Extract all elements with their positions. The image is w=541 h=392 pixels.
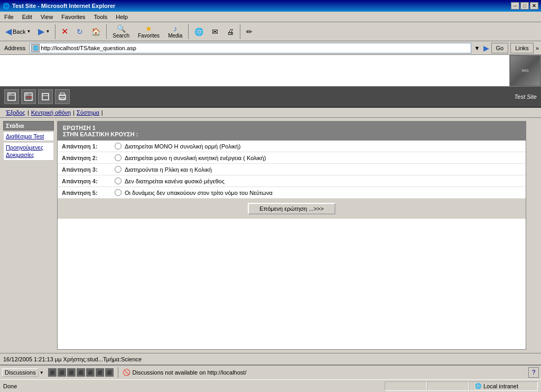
- answer-radio-3[interactable]: [115, 166, 122, 173]
- banner-area: IMG: [0, 55, 541, 87]
- bottom-icon-1[interactable]: ⬛: [48, 368, 57, 377]
- sidebar-item-available-tests[interactable]: Διαθέσιμα Test: [3, 132, 54, 141]
- bottom-icon-2[interactable]: ⬛: [58, 368, 66, 377]
- nav-sep-3: |: [101, 109, 104, 116]
- refresh-button[interactable]: ↻: [73, 26, 87, 38]
- toolbar-print-icon[interactable]: [55, 89, 70, 104]
- forward-dropdown-icon[interactable]: ▼: [45, 29, 50, 34]
- address-field[interactable]: 🌐 http://localhost/TS/take_question.asp: [30, 43, 471, 53]
- home-button[interactable]: 🏠: [88, 26, 104, 38]
- svg-rect-7: [42, 94, 49, 100]
- svg-rect-3: [25, 93, 32, 100]
- minimize-button[interactable]: ─: [511, 2, 519, 10]
- toolbar-icon-1[interactable]: [4, 89, 19, 104]
- answer-text-5: Οι δυνάμεις δεν υπακούουν στον τρίτο νόμ…: [125, 190, 273, 196]
- answer-text-2: Διατηρείται μονο η συνολική κινητική ενέ…: [125, 155, 266, 161]
- stop-icon: ✕: [61, 26, 68, 36]
- back-button[interactable]: ◀ Back ▼: [2, 24, 34, 39]
- answer-label-5: Απάντηση 5:: [62, 190, 115, 196]
- maximize-button[interactable]: □: [520, 2, 529, 10]
- window-title: Test Site - Microsoft Internet Explorer: [12, 3, 115, 9]
- menu-favorites[interactable]: Favorites: [57, 13, 89, 21]
- bottom-icon-3[interactable]: ⬛: [67, 368, 76, 377]
- media-icon: ♪: [173, 24, 177, 33]
- ie-toolbar: ◀ Back ▼ ▶ ▼ ✕ ↻ 🏠 🔍 Search ★ Fa: [0, 22, 541, 41]
- nav-link-system[interactable]: Σύστημα: [75, 109, 101, 116]
- next-button-row: Επόμενη ερώτηση ...>>>: [58, 199, 526, 219]
- discussions-button[interactable]: Discussions: [2, 368, 39, 377]
- search-icon: 🔍: [117, 24, 126, 33]
- back-label: Back: [13, 29, 25, 35]
- nav-toolbar: Test Site: [0, 87, 541, 108]
- search-label: Search: [113, 33, 129, 39]
- answer-label-1: Απάντηση 1:: [62, 143, 115, 150]
- title-bar-controls[interactable]: ─ □ ✕: [511, 2, 538, 10]
- answer-radio-2[interactable]: [115, 154, 122, 161]
- answer-row-1: Απάντηση 1: Διατηρείται ΜΟΝΟ Η συνολική …: [58, 141, 526, 152]
- print-icon: 🖨: [227, 27, 234, 36]
- menu-tools[interactable]: Tools: [90, 13, 112, 21]
- svg-rect-0: [8, 93, 15, 100]
- favorites-button[interactable]: ★ Favorites: [134, 23, 163, 40]
- mail-button[interactable]: ✉: [208, 26, 222, 38]
- forward-button[interactable]: ▶ ▼: [35, 24, 53, 39]
- title-bar-icon: 🌐: [3, 3, 10, 10]
- answer-text-3: Διατηρούνται η Ρλίκη και η Κολική: [125, 166, 212, 173]
- bottom-icon-4[interactable]: ⬛: [77, 368, 85, 377]
- home-icon: 🏠: [91, 27, 100, 36]
- back-dropdown-icon[interactable]: ▼: [26, 29, 31, 34]
- answer-radio-4[interactable]: [115, 178, 122, 184]
- refresh-icon: ↻: [77, 27, 83, 36]
- toolbar-sep-4: [240, 24, 240, 39]
- close-button[interactable]: ✕: [530, 2, 538, 10]
- footer-status-panels: 🌐 Local intranet: [385, 381, 538, 391]
- question-area: ΕΡΩΤΗΣΗ 1 ΣΤΗΝ ΕΛΑΣΤΙΚΗ ΚΡΟΥΣΗ : Απάντησ…: [57, 121, 526, 350]
- logo-placeholder: IMG: [510, 56, 540, 86]
- nav-link-exit[interactable]: Έξοδος: [4, 109, 27, 116]
- help-button[interactable]: ?: [528, 367, 539, 378]
- stop-button[interactable]: ✕: [58, 25, 72, 38]
- nav-link-main[interactable]: Κεντρική οθόνη: [30, 109, 72, 116]
- footer-right: 🌐 Local intranet: [385, 381, 538, 391]
- forward-icon: ▶: [38, 26, 44, 36]
- go-button[interactable]: Go: [491, 43, 509, 53]
- discussions-dropdown-icon[interactable]: ▼: [40, 370, 44, 375]
- answer-label-3: Απάντηση 3:: [62, 166, 115, 173]
- bottom-icon-5[interactable]: ⬛: [86, 368, 95, 377]
- menu-help[interactable]: Help: [111, 13, 132, 21]
- favorites-label: Favorites: [138, 33, 160, 39]
- question-header: ΕΡΩΤΗΣΗ 1 ΣΤΗΝ ΕΛΑΣΤΙΚΗ ΚΡΟΥΣΗ :: [58, 122, 526, 141]
- next-question-button[interactable]: Επόμενη ερώτηση ...>>>: [248, 203, 335, 214]
- media-button[interactable]: ♪ Media: [164, 23, 186, 40]
- toolbar-sep-1: [55, 24, 55, 39]
- title-bar: 🌐 Test Site - Microsoft Internet Explore…: [0, 0, 541, 12]
- print-button[interactable]: 🖨: [223, 26, 238, 38]
- answer-radio-5[interactable]: [115, 189, 122, 196]
- toolbar-expand-icon[interactable]: »: [536, 45, 539, 51]
- no-discussions-icon: 🚫: [123, 369, 130, 376]
- edit-button[interactable]: ✏: [242, 26, 256, 38]
- answer-row-5: Απάντηση 5: Οι δυνάμεις δεν υπακούουν στ…: [58, 187, 526, 199]
- menu-edit[interactable]: Edit: [18, 13, 36, 21]
- nav-links-bar: Έξοδος | Κεντρική οθόνη | Σύστημα |: [0, 108, 541, 118]
- logo-image: IMG: [510, 55, 540, 86]
- menu-view[interactable]: View: [36, 13, 58, 21]
- history-button[interactable]: 🌐: [191, 26, 207, 38]
- address-dropdown-icon[interactable]: ▼: [473, 45, 481, 51]
- search-button[interactable]: 🔍 Search: [109, 23, 133, 40]
- answer-label-2: Απάντηση 2:: [62, 155, 115, 161]
- toolbar-icon-2[interactable]: [21, 89, 36, 104]
- toolbar-icon-3[interactable]: [38, 89, 53, 104]
- menu-file[interactable]: File: [0, 13, 18, 21]
- discussions-status-area: 🚫 Discussions not available on http://lo…: [123, 369, 247, 376]
- links-button[interactable]: Links: [510, 43, 534, 53]
- answer-radio-1[interactable]: [115, 143, 122, 150]
- favorites-icon: ★: [145, 24, 152, 33]
- sidebar-item-previous-tests[interactable]: ΠροηγούμενεςΔοκιμασίες: [3, 142, 54, 161]
- bottom-icon-6[interactable]: ⬛: [96, 368, 104, 377]
- edit-icon: ✏: [246, 27, 253, 36]
- bottom-sep: [118, 367, 118, 378]
- bottom-icon-7[interactable]: ⬛: [105, 368, 114, 377]
- back-icon: ◀: [5, 26, 12, 36]
- question-header-line2: ΣΤΗΝ ΕΛΑΣΤΙΚΗ ΚΡΟΥΣΗ :: [63, 131, 520, 137]
